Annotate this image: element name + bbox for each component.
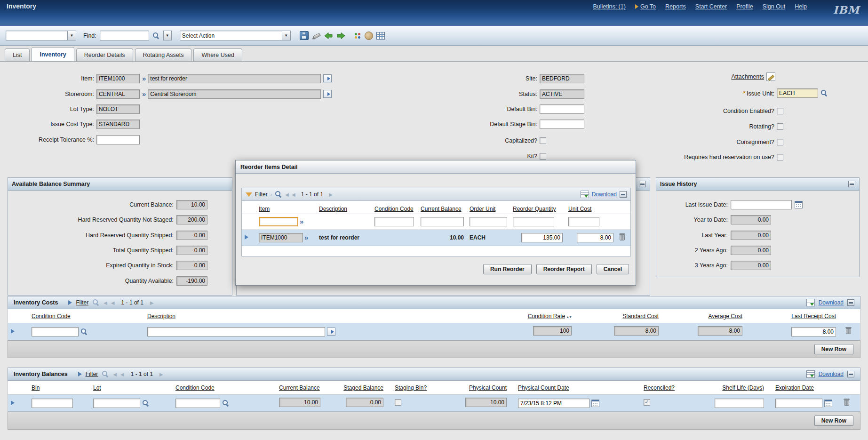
balances-download-icon[interactable] [806, 370, 815, 378]
dialog-first-page-icon[interactable]: ◀ [285, 192, 289, 197]
costs-next-page-icon[interactable]: ▶ [150, 300, 154, 305]
dialog-prev-page-icon[interactable]: ◀ [292, 192, 295, 197]
rotating-checkbox[interactable] [777, 123, 783, 130]
col-average-cost[interactable]: Average Cost [709, 313, 743, 320]
kit-checkbox[interactable] [540, 153, 546, 160]
order-unit-filter-input[interactable] [470, 217, 507, 226]
col-physical-count-date[interactable]: Physical Count Date [518, 384, 569, 391]
inventory-balances-row[interactable]: 10.00 0.00 10.00 [8, 395, 860, 412]
search-icon[interactable] [152, 32, 160, 40]
col-condition-code[interactable]: Condition Code [175, 384, 215, 391]
costs-first-page-icon[interactable]: ◀ [104, 300, 107, 305]
col-condition-code[interactable]: Condition Code [374, 206, 414, 212]
advanced-search-dropdown-button[interactable]: ▼ [163, 31, 172, 40]
delete-row-icon[interactable] [619, 233, 625, 241]
issue-unit-select-icon[interactable] [820, 89, 828, 97]
reorder-report-button[interactable]: Reorder Report [536, 264, 592, 274]
costs-minimize-icon[interactable] [847, 299, 854, 306]
query-input[interactable] [6, 31, 68, 40]
dialog-table-minimize-icon[interactable] [620, 191, 627, 198]
balances-prev-page-icon[interactable]: ◀ [120, 372, 124, 377]
default-bin-input[interactable] [540, 104, 584, 114]
col-lot[interactable]: Lot [93, 384, 101, 391]
reorder-quantity-filter-input[interactable] [513, 217, 554, 226]
dialog-download-icon[interactable] [581, 191, 589, 198]
collapsed-panel-minimize-icon[interactable] [639, 181, 646, 187]
col-current-balance[interactable]: Current Balance [279, 384, 320, 391]
dialog-table-row[interactable]: ITEM1000» test for reorder 10.00 EACH [242, 230, 630, 246]
row-expand-icon[interactable] [11, 400, 15, 405]
attachments-icon[interactable] [766, 72, 775, 81]
cancel-button[interactable]: Cancel [597, 264, 629, 274]
col-shelf-life[interactable]: Shelf Life (Days) [722, 384, 764, 391]
dialog-filter-link[interactable]: Filter [255, 191, 268, 198]
profile-link[interactable]: Profile [736, 3, 753, 10]
row-expand-icon[interactable] [11, 329, 15, 334]
col-order-unit[interactable]: Order Unit [470, 206, 495, 212]
change-status-icon[interactable] [354, 32, 361, 40]
lot-input[interactable] [93, 399, 140, 408]
bulletins-link[interactable]: Bulletins: (1) [593, 3, 625, 10]
row-expand-icon[interactable] [245, 235, 248, 240]
tab-rotating-assets[interactable]: Rotating Assets [135, 48, 192, 61]
clock-icon[interactable] [365, 32, 373, 40]
item-filter-chevron-icon[interactable]: » [300, 218, 303, 225]
costs-download-icon[interactable] [806, 299, 815, 306]
select-action-dropdown[interactable]: Select Action ▼ [180, 31, 291, 40]
reports-link[interactable]: Reports [665, 3, 686, 10]
costs-prev-page-icon[interactable]: ◀ [111, 300, 115, 305]
last-receipt-cost-input[interactable] [791, 327, 836, 336]
save-icon[interactable] [300, 31, 309, 40]
col-condition-rate[interactable]: Condition Rate [528, 313, 565, 320]
balance-condition-code-input[interactable] [175, 399, 220, 408]
staging-bin-checkbox[interactable] [395, 399, 401, 406]
costs-download-link[interactable]: Download [819, 299, 844, 306]
condition-code-filter-input[interactable] [374, 217, 414, 226]
col-condition-code[interactable]: Condition Code [32, 313, 71, 320]
current-balance-filter-input[interactable] [421, 217, 464, 226]
capitalized-checkbox[interactable] [540, 137, 546, 144]
filter-chevron-icon[interactable]: › [271, 192, 272, 197]
col-description[interactable]: Description [147, 313, 175, 320]
col-reorder-quantity[interactable]: Reorder Quantity [513, 206, 556, 212]
cost-condition-code-input[interactable] [32, 327, 79, 336]
tab-inventory[interactable]: Inventory [32, 47, 74, 61]
item-filter-input[interactable] [259, 217, 298, 226]
dialog-download-link[interactable]: Download [592, 191, 617, 198]
unit-cost-input[interactable] [577, 233, 613, 242]
condition-enabled-checkbox[interactable] [777, 108, 783, 114]
shelf-life-input[interactable] [715, 399, 764, 408]
balances-next-page-icon[interactable]: ▶ [159, 372, 163, 377]
col-expiration-date[interactable]: Expiration Date [775, 384, 814, 391]
col-staging-bin[interactable]: Staging Bin? [395, 384, 427, 391]
unit-cost-filter-input[interactable] [568, 217, 599, 226]
balances-download-link[interactable]: Download [819, 371, 844, 377]
reconciled-checkbox[interactable] [644, 399, 650, 406]
balances-search-icon[interactable] [102, 370, 109, 378]
balance-delete-row-icon[interactable] [844, 399, 850, 406]
issue-unit-field[interactable]: EACH [777, 88, 818, 98]
cost-description-detail-icon[interactable] [327, 328, 335, 336]
dialog-search-icon[interactable] [275, 191, 282, 198]
lot-select-icon[interactable] [142, 400, 150, 407]
expiration-date-input[interactable] [775, 399, 822, 408]
receipt-tolerance-input[interactable] [96, 135, 140, 144]
col-staged-balance[interactable]: Staged Balance [343, 384, 383, 391]
item-description-detail-icon[interactable] [323, 74, 332, 82]
costs-search-icon[interactable] [92, 299, 100, 306]
last-issue-date-calendar-icon[interactable] [795, 201, 803, 208]
issue-history-minimize-icon[interactable] [848, 181, 855, 187]
dialog-next-page-icon[interactable]: ▶ [329, 192, 333, 197]
help-link[interactable]: Help [795, 3, 807, 10]
costs-new-row-button[interactable]: New Row [814, 344, 853, 354]
balance-condition-code-select-icon[interactable] [222, 400, 230, 407]
col-standard-cost[interactable]: Standard Cost [622, 313, 659, 320]
col-last-receipt-cost[interactable]: Last Receipt Cost [791, 313, 836, 320]
select-action-dropdown-button[interactable]: ▼ [282, 31, 291, 40]
find-input[interactable] [100, 31, 149, 40]
balances-first-page-icon[interactable]: ◀ [113, 372, 117, 377]
reports-icon[interactable] [376, 32, 385, 40]
default-stage-bin-input[interactable] [540, 120, 584, 129]
col-description[interactable]: Description [319, 206, 347, 212]
clear-changes-icon[interactable] [312, 32, 320, 40]
